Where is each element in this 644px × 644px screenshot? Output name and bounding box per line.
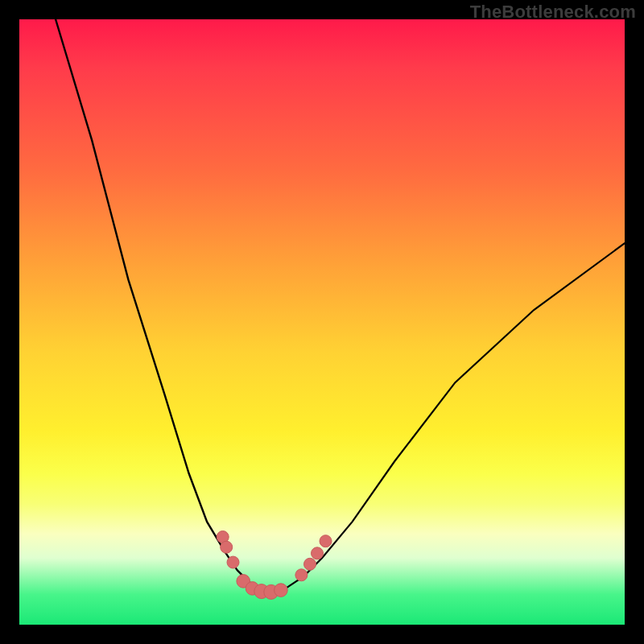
marker-left-single (227, 556, 239, 568)
chart-svg (19, 19, 625, 625)
marker-right-single (295, 569, 308, 581)
marker-group (217, 531, 332, 600)
curve-right-branch (286, 243, 625, 588)
marker-right-pair-lower (304, 558, 316, 570)
curve-left-branch (56, 19, 262, 588)
marker-right-pair-upper (312, 547, 324, 559)
marker-bottom-run-5 (275, 584, 288, 597)
marker-right-top (320, 535, 332, 547)
marker-left-pair-lower (221, 541, 233, 553)
